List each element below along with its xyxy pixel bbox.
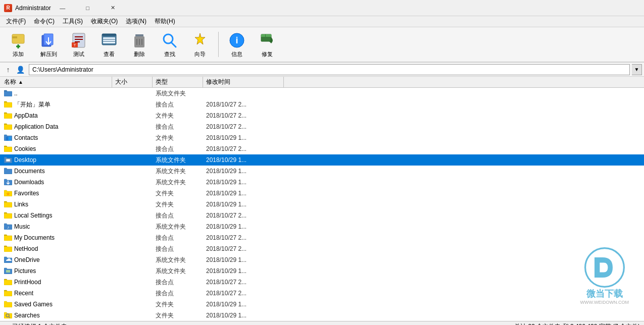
table-row[interactable]: Searches文件夹2018/10/29 1... — [0, 310, 644, 321]
file-name-cell: .. — [1, 89, 112, 98]
file-date-cell: 2018/10/29 1... — [203, 156, 284, 164]
file-date-cell: 2018/10/27 2... — [203, 279, 284, 286]
file-icon — [4, 145, 12, 153]
file-name-text: 「开始」菜单 — [14, 100, 51, 109]
col-header-name[interactable]: 名称 ▲ — [1, 77, 112, 87]
toolbar-find-button[interactable]: 查找 — [156, 29, 184, 60]
table-row[interactable]: PrintHood接合点2018/10/27 2... — [0, 277, 644, 288]
file-icon — [4, 300, 12, 309]
toolbar-view-button[interactable]: 查看 — [95, 29, 123, 60]
svg-rect-18 — [135, 34, 143, 36]
file-date-cell: 2018/10/29 1... — [203, 179, 284, 186]
file-type-cell: 系统文件夹 — [153, 256, 203, 264]
table-row[interactable]: Recent接合点2018/10/27 2... — [0, 288, 644, 299]
file-icon — [4, 234, 12, 242]
menu-item-选项(N)[interactable]: 选项(N) — [122, 16, 151, 27]
file-icon — [4, 156, 12, 165]
minimize-button[interactable]: — — [51, 0, 74, 16]
svg-text:👥: 👥 — [6, 135, 12, 141]
maximize-button[interactable]: □ — [76, 0, 100, 16]
menu-item-收藏夹(O)[interactable]: 收藏夹(O) — [87, 16, 122, 27]
file-type-cell: 系统文件夹 — [153, 167, 203, 176]
table-row[interactable]: Pictures系统文件夹2018/10/29 1... — [0, 265, 644, 277]
toolbar-info-button[interactable]: i信息 — [223, 29, 251, 60]
toolbar-delete-label: 删除 — [134, 50, 145, 58]
svg-marker-25 — [195, 33, 205, 44]
file-name-text: Downloads — [14, 179, 44, 186]
table-row[interactable]: Application Data接合点2018/10/27 2... — [0, 121, 644, 132]
table-row[interactable]: Saved Games文件夹2018/10/29 1... — [0, 299, 644, 310]
table-row[interactable]: NetHood接合点2018/10/27 2... — [0, 243, 644, 254]
file-name-cell: Pictures — [1, 267, 112, 276]
file-name-cell: NetHood — [1, 245, 112, 253]
file-name-text: OneDrive — [14, 256, 40, 263]
file-type-cell: 接合点 — [153, 234, 203, 242]
table-row[interactable]: Favorites文件夹2018/10/29 1... — [0, 188, 644, 199]
file-type-cell: 文件夹 — [153, 200, 203, 209]
file-name-cell: Local Settings — [1, 211, 112, 220]
table-row[interactable]: 👥Contacts文件夹2018/10/29 1... — [0, 132, 644, 143]
file-name-text: Contacts — [14, 134, 38, 141]
delete-icon — [130, 31, 148, 49]
table-row[interactable]: ♪Music系统文件夹2018/10/29 1... — [0, 221, 644, 232]
statusbar: ⊞ 已经选择 1 个文件夹 总计 23 个文件夹 和 2,406,420 字节 … — [0, 321, 644, 325]
address-input[interactable] — [29, 64, 630, 75]
toolbar-add-button[interactable]: 添加 — [4, 29, 32, 60]
file-name-cell: AppData — [1, 112, 112, 120]
svg-text:♪: ♪ — [7, 225, 9, 230]
toolbar-test-label: 测试 — [73, 50, 84, 58]
table-row[interactable]: 「开始」菜单接合点2018/10/27 2... — [0, 99, 644, 110]
table-row[interactable]: My Documents接合点2018/10/27 2... — [0, 232, 644, 243]
close-button[interactable]: ✕ — [102, 0, 125, 16]
toolbar-find-label: 查找 — [164, 50, 175, 58]
menu-item-工具(S)[interactable]: 工具(S) — [59, 16, 87, 27]
file-date-cell: 2018/10/27 2... — [203, 234, 284, 241]
address-dropdown-button[interactable]: ▼ — [632, 64, 642, 75]
col-header-date[interactable]: 修改时间 — [203, 77, 284, 87]
toolbar-separator — [218, 32, 219, 57]
menu-item-命令(C)[interactable]: 命令(C) — [30, 16, 59, 27]
status-icon: ⊞ — [4, 323, 10, 326]
toolbar-delete-button[interactable]: 删除 — [125, 29, 154, 60]
svg-rect-32 — [6, 159, 10, 161]
svg-text:T: T — [74, 43, 76, 47]
svg-rect-0 — [12, 34, 24, 43]
table-row[interactable]: AppData文件夹2018/10/27 2... — [0, 110, 644, 121]
file-icon — [4, 200, 12, 209]
titlebar-controls: — □ ✕ — [51, 0, 125, 16]
table-row[interactable]: ..系统文件夹 — [0, 88, 644, 99]
titlebar: R Administrator — □ ✕ — [0, 0, 644, 16]
file-icon — [4, 189, 12, 198]
col-header-type[interactable]: 类型 — [153, 77, 203, 87]
table-row[interactable]: Cookies接合点2018/10/27 2... — [0, 143, 644, 154]
table-row[interactable]: Links文件夹2018/10/29 1... — [0, 199, 644, 210]
test-icon: T — [70, 31, 88, 49]
file-type-cell: 文件夹 — [153, 311, 203, 320]
toolbar-info-label: 信息 — [231, 50, 242, 58]
table-row[interactable]: Downloads系统文件夹2018/10/29 1... — [0, 177, 644, 188]
file-name-cell: Documents — [1, 167, 112, 176]
file-list[interactable]: ..系统文件夹「开始」菜单接合点2018/10/27 2...AppData文件… — [0, 88, 644, 321]
file-icon — [4, 211, 12, 220]
table-row[interactable]: OneDrive系统文件夹2018/10/29 1... — [0, 254, 644, 265]
app-icon: R — [4, 4, 12, 12]
toolbar-wizard-button[interactable]: 向导 — [186, 29, 214, 60]
nav-up-button[interactable]: ↑ — [2, 64, 14, 75]
svg-line-24 — [171, 42, 176, 47]
file-name-cell: 「开始」菜单 — [1, 100, 112, 109]
menu-item-文件(F)[interactable]: 文件(F) — [2, 16, 30, 27]
table-row[interactable]: Desktop系统文件夹2018/10/29 1... — [0, 154, 644, 166]
file-name-text: Documents — [14, 168, 45, 175]
toolbar-extract-button[interactable]: 解压到 — [34, 29, 63, 60]
repair-icon — [258, 31, 276, 49]
table-row[interactable]: Local Settings接合点2018/10/27 2... — [0, 210, 644, 221]
file-name-text: Favorites — [14, 190, 39, 197]
table-row[interactable]: Documents系统文件夹2018/10/29 1... — [0, 166, 644, 177]
file-date-cell: 2018/10/29 1... — [203, 312, 284, 319]
file-icon — [4, 112, 12, 120]
toolbar-repair-button[interactable]: 修复 — [253, 29, 281, 60]
col-header-size[interactable]: 大小 — [112, 77, 153, 87]
toolbar-test-button[interactable]: T测试 — [65, 29, 93, 60]
file-type-cell: 接合点 — [153, 211, 203, 220]
menu-item-帮助(H)[interactable]: 帮助(H) — [151, 16, 179, 27]
